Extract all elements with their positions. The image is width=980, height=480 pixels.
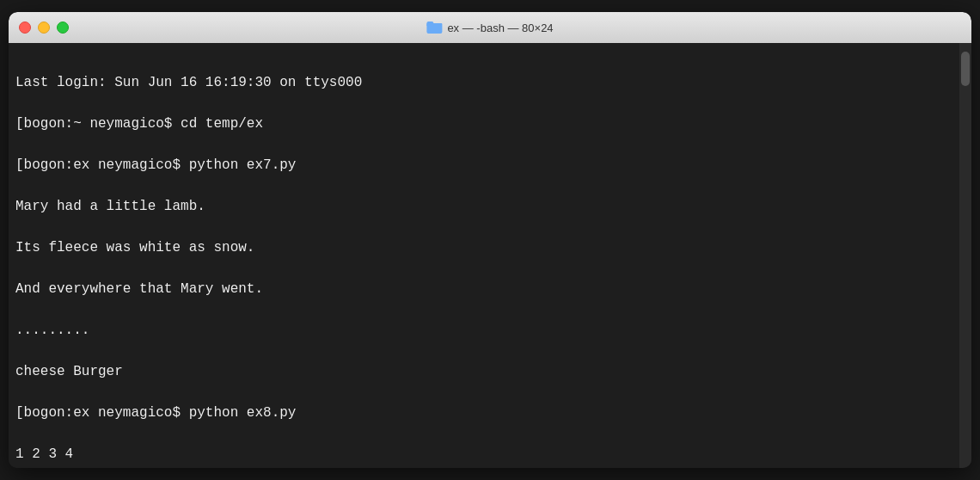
terminal-line: [bogon:ex neymagico$ python ex7.py	[15, 155, 958, 175]
terminal-line: .........	[15, 320, 958, 341]
terminal-line: 1 2 3 4	[15, 444, 958, 465]
minimize-button[interactable]	[38, 22, 50, 34]
terminal-window: ex — -bash — 80×24 Last login: Sun Jun 1…	[9, 12, 971, 468]
terminal-line: cheese Burger	[15, 361, 958, 382]
terminal-body[interactable]: Last login: Sun Jun 16 16:19:30 on ttys0…	[9, 43, 971, 468]
terminal-line: Mary had a little lamb.	[15, 196, 958, 217]
folder-icon	[426, 22, 442, 34]
close-button[interactable]	[19, 22, 31, 34]
terminal-line: Last login: Sun Jun 16 16:19:30 on ttys0…	[15, 72, 958, 93]
scrollbar-track[interactable]	[959, 43, 971, 468]
title-bar: ex — -bash — 80×24	[9, 12, 971, 43]
terminal-line: [bogon:ex neymagico$ python ex8.py	[15, 403, 958, 423]
title-bar-center: ex — -bash — 80×24	[426, 22, 553, 34]
maximize-button[interactable]	[57, 22, 69, 34]
terminal-line: [bogon:~ neymagico$ cd temp/ex	[15, 114, 958, 134]
scrollbar-thumb[interactable]	[961, 52, 970, 86]
traffic-lights	[19, 22, 69, 34]
window-title: ex — -bash — 80×24	[447, 22, 553, 34]
terminal-line: Its fleece was white as snow.	[15, 237, 958, 258]
terminal-line: And everywhere that Mary went.	[15, 279, 958, 299]
